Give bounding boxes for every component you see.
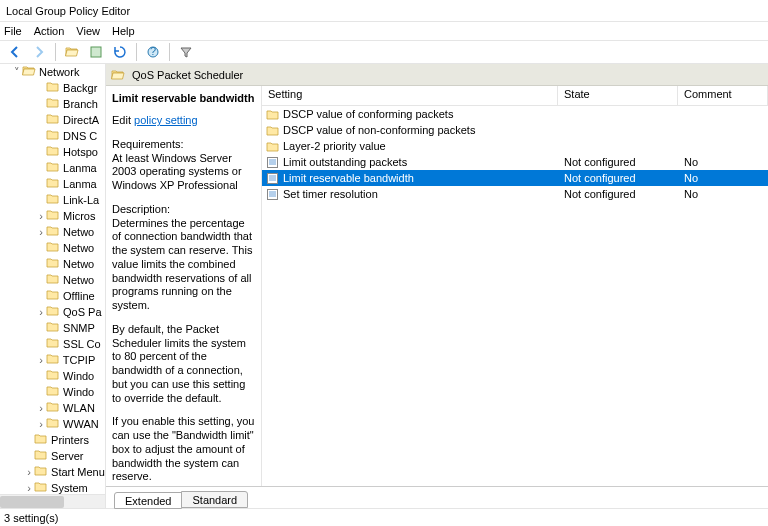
menu-action[interactable]: Action: [34, 22, 65, 40]
tree-label: WWAN: [60, 418, 99, 430]
setting-row[interactable]: DSCP value of non-conforming packets: [262, 122, 768, 138]
setting-name: Set timer resolution: [283, 186, 378, 202]
tree-item[interactable]: DNS C: [0, 128, 106, 144]
tree-item[interactable]: Netwo: [0, 256, 106, 272]
tree-item[interactable]: Backgr: [0, 80, 106, 96]
pane-header: QoS Packet Scheduler: [106, 64, 768, 86]
tree-item[interactable]: Netwo: [0, 240, 106, 256]
setting-icon: [266, 156, 280, 168]
tree-item[interactable]: Printers: [0, 432, 106, 448]
col-state[interactable]: State: [558, 86, 678, 105]
tree-item[interactable]: Lanma: [0, 176, 106, 192]
col-setting[interactable]: Setting: [262, 86, 558, 105]
tree-item[interactable]: › WLAN: [0, 400, 106, 416]
setting-name: DSCP value of non-conforming packets: [283, 122, 475, 138]
folder-icon: [46, 384, 60, 400]
back-button[interactable]: [4, 42, 26, 62]
setting-row[interactable]: Limit outstanding packetsNot configuredN…: [262, 154, 768, 170]
setting-state: Not configured: [558, 154, 678, 170]
tab-standard[interactable]: Standard: [181, 491, 248, 508]
svg-rect-6: [91, 47, 101, 57]
svg-text:?: ?: [150, 45, 156, 57]
setting-name: Limit reservable bandwidth: [283, 170, 414, 186]
tree-label: Windo: [60, 370, 94, 382]
folder-icon: [46, 256, 60, 272]
pane-title: QoS Packet Scheduler: [132, 69, 243, 81]
tree-label: Windo: [60, 386, 94, 398]
folder-icon: [46, 128, 60, 144]
tree-item[interactable]: › Start Menu: [0, 464, 106, 480]
expand-icon[interactable]: ›: [36, 208, 46, 224]
up-button[interactable]: [61, 42, 83, 62]
setting-row[interactable]: Limit reservable bandwidthNot configured…: [262, 170, 768, 186]
properties-button[interactable]: [85, 42, 107, 62]
tree-label: Netwo: [60, 274, 94, 286]
tree-item[interactable]: SSL Co: [0, 336, 106, 352]
expand-icon[interactable]: ›: [36, 304, 46, 320]
tree-item[interactable]: Server: [0, 448, 106, 464]
tree-label: Netwo: [60, 258, 94, 270]
setting-state: [558, 138, 678, 154]
tree-label: Printers: [48, 434, 89, 446]
tree-item[interactable]: Netwo: [0, 272, 106, 288]
status-bar: 3 setting(s): [0, 508, 768, 526]
setting-comment: No: [678, 170, 768, 186]
folder-icon: [46, 368, 60, 384]
tree-item[interactable]: Branch: [0, 96, 106, 112]
tree-item[interactable]: Link-La: [0, 192, 106, 208]
expand-icon[interactable]: ›: [36, 224, 46, 240]
tree-label: DirectA: [60, 114, 99, 126]
edit-policy-link[interactable]: policy setting: [134, 114, 198, 126]
expand-icon[interactable]: ›: [36, 352, 46, 368]
setting-row[interactable]: DSCP value of conforming packets: [262, 106, 768, 122]
setting-title: Limit reservable bandwidth: [112, 92, 255, 104]
setting-row[interactable]: Layer-2 priority value: [262, 138, 768, 154]
setting-row[interactable]: Set timer resolutionNot configuredNo: [262, 186, 768, 202]
folder-icon: [46, 352, 60, 368]
filter-button[interactable]: [175, 42, 197, 62]
collapse-icon[interactable]: ˅: [12, 64, 22, 80]
menu-view[interactable]: View: [76, 22, 100, 40]
setting-state: Not configured: [558, 170, 678, 186]
help-button[interactable]: ?: [142, 42, 164, 62]
tree-label: Micros: [60, 210, 95, 222]
menu-file[interactable]: File: [4, 22, 22, 40]
tree-item[interactable]: DirectA: [0, 112, 106, 128]
menu-bar: File Action View Help: [0, 22, 768, 40]
tree-item[interactable]: › TCPIP: [0, 352, 106, 368]
list-header[interactable]: Setting State Comment: [262, 86, 768, 106]
setting-state: [558, 122, 678, 138]
tree-scrollbar[interactable]: [0, 494, 105, 508]
requirements-text: At least Windows Server 2003 operating s…: [112, 152, 242, 192]
tab-extended[interactable]: Extended: [114, 492, 182, 509]
tree-item[interactable]: › Netwo: [0, 224, 106, 240]
expand-icon[interactable]: ›: [36, 400, 46, 416]
folder-icon: [110, 67, 126, 83]
tree-item[interactable]: Windo: [0, 368, 106, 384]
tree-item[interactable]: Hotspo: [0, 144, 106, 160]
settings-list[interactable]: Setting State Comment DSCP value of conf…: [262, 86, 768, 486]
folder-icon: [46, 240, 60, 256]
setting-comment: [678, 122, 768, 138]
tree-item[interactable]: Offline: [0, 288, 106, 304]
forward-button[interactable]: [28, 42, 50, 62]
tree-item[interactable]: › Micros: [0, 208, 106, 224]
menu-help[interactable]: Help: [112, 22, 135, 40]
expand-icon[interactable]: ›: [36, 416, 46, 432]
tree-label: TCPIP: [60, 354, 95, 366]
expand-icon[interactable]: ›: [24, 464, 34, 480]
folder-icon: [46, 320, 60, 336]
folder-icon: [46, 96, 60, 112]
setting-comment: [678, 138, 768, 154]
refresh-button[interactable]: [109, 42, 131, 62]
tree-item[interactable]: › QoS Pa: [0, 304, 106, 320]
tree-item[interactable]: › WWAN: [0, 416, 106, 432]
tree-item[interactable]: Windo: [0, 384, 106, 400]
col-comment[interactable]: Comment: [678, 86, 768, 105]
window-title: Local Group Policy Editor: [0, 0, 768, 22]
tree-item[interactable]: Lanma: [0, 160, 106, 176]
tree-item[interactable]: SNMP: [0, 320, 106, 336]
tree-pane[interactable]: ˅ Network Backgr Branch DirectA DNS C Ho…: [0, 64, 106, 508]
description-pane: Limit reservable bandwidth Edit policy s…: [106, 86, 262, 486]
tree-item[interactable]: ˅ Network: [0, 64, 106, 80]
